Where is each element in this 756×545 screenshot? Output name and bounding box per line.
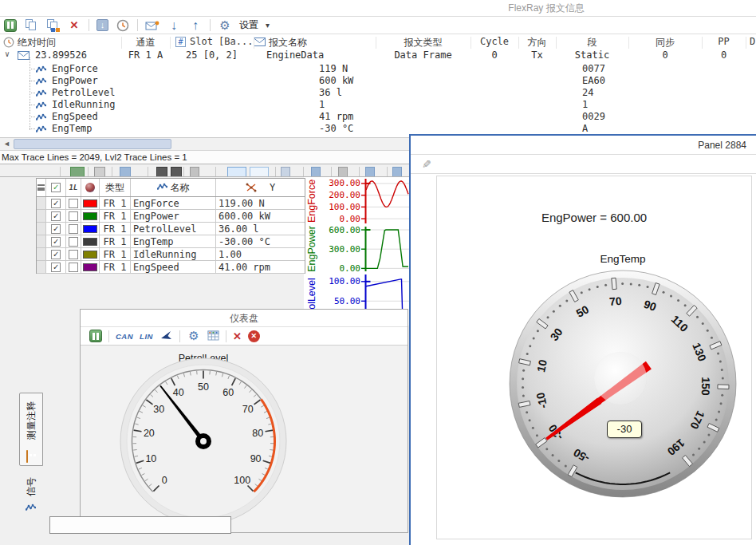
svg-text:80: 80 xyxy=(252,428,263,439)
list-icon[interactable] xyxy=(37,184,45,191)
marker-checkbox[interactable] xyxy=(69,199,78,208)
column-header-d[interactable]: D xyxy=(750,36,755,47)
toolbar-icon-clipped[interactable] xyxy=(171,167,182,176)
svg-text:100.00: 100.00 xyxy=(329,202,360,212)
tab-label: 信号 xyxy=(25,477,38,496)
column-header-pp[interactable]: PP xyxy=(702,36,746,47)
export-mail-icon[interactable] xyxy=(145,18,159,33)
column-header-sync[interactable]: 同步 xyxy=(628,36,702,49)
marker-checkbox[interactable] xyxy=(69,263,78,272)
legend-row[interactable]: ✓FR 1EngTemp-30.00 °C xyxy=(37,235,305,248)
signal-icon xyxy=(36,89,46,100)
scroll-down-icon[interactable]: ↓ xyxy=(167,18,181,33)
column-header-slot[interactable]: Slot [Ba... xyxy=(190,36,253,47)
column-header-dir[interactable]: 方向 xyxy=(518,36,556,49)
series-color-swatch[interactable] xyxy=(83,225,97,233)
legend-header-name[interactable]: 名称 xyxy=(171,181,190,195)
scatter-icon xyxy=(246,183,257,192)
trace-signal-row[interactable]: IdleRunning11 xyxy=(0,99,756,111)
toolbar-icon-clipped[interactable] xyxy=(70,167,85,176)
trace-signal-row[interactable]: EngTemp-30 °CA xyxy=(0,123,756,135)
settings-caret-icon[interactable]: ▾ xyxy=(266,21,270,30)
marker-checkbox[interactable] xyxy=(69,237,78,247)
trace-signal-row[interactable]: EngSpeed41 rpm0029 xyxy=(0,111,756,123)
legend-header-type[interactable]: 类型 xyxy=(100,179,131,196)
time-icon[interactable] xyxy=(116,18,130,33)
toolbar-icon-clipped[interactable] xyxy=(338,167,348,176)
settings-label[interactable]: 设置 xyxy=(239,18,258,32)
legend-row[interactable]: ✓FR 1IdleRunning1.00 xyxy=(37,248,305,261)
scrollbar-thumb[interactable] xyxy=(14,139,171,149)
column-header-segment[interactable]: 段 xyxy=(556,36,628,49)
scroll-left-button[interactable]: ◄ xyxy=(0,138,14,150)
visible-checkbox[interactable]: ✓ xyxy=(51,224,61,234)
toolbar-icon-clipped[interactable] xyxy=(94,167,105,176)
svg-text:300.00: 300.00 xyxy=(329,178,360,188)
sort-icon[interactable]: 1L xyxy=(66,179,81,196)
copy-special-icon[interactable] xyxy=(45,18,60,33)
marker-checkbox[interactable] xyxy=(69,250,78,259)
signal-icon xyxy=(36,101,46,112)
legend-row[interactable]: ✓FR 1PetrolLevel36.00 l xyxy=(37,223,305,235)
horizontal-scrollbar[interactable]: ◄ xyxy=(0,137,409,151)
visible-checkbox[interactable]: ✓ xyxy=(51,199,61,208)
column-separator xyxy=(376,37,376,49)
copy-icon[interactable] xyxy=(24,18,38,33)
series-color-swatch[interactable] xyxy=(83,251,97,259)
column-header-time[interactable]: 绝对时间 xyxy=(18,36,56,49)
dock-column-icon[interactable]: ↓ xyxy=(96,19,108,31)
visible-checkbox[interactable]: ✓ xyxy=(51,250,61,259)
select-all-checkbox-icon[interactable]: ✓ xyxy=(51,183,61,192)
docked-panel-stub[interactable] xyxy=(49,516,231,534)
dashboard-window: 仪表盘 CAN LIN ⚙ ✕ ✕ PetrolLevel 0102030405… xyxy=(80,309,408,533)
toolbar-icon-clipped[interactable] xyxy=(227,167,246,176)
visible-checkbox[interactable]: ✓ xyxy=(51,237,61,247)
legend-row[interactable]: ✓FR 1EngPower600.00 kW xyxy=(37,210,305,223)
column-header-channel[interactable]: 通道 xyxy=(121,36,170,49)
column-header-type[interactable]: 报文类型 xyxy=(376,36,471,49)
trace-signal-row[interactable]: EngPower600 kWEA60 xyxy=(0,75,756,87)
marker-checkbox[interactable] xyxy=(69,224,78,234)
toolbar-separator xyxy=(359,167,360,176)
legend-row[interactable]: ✓FR 1EngForce119.00 N xyxy=(37,197,305,210)
delete-icon[interactable]: ✕ xyxy=(67,18,81,33)
tab-measurement-comments[interactable]: 测量注释 xyxy=(19,393,43,466)
visible-checkbox[interactable]: ✓ xyxy=(51,263,61,272)
toolbar-icon-clipped[interactable] xyxy=(250,167,269,176)
toolbar-icon-clipped[interactable] xyxy=(156,167,167,176)
window-title: FlexRay 报文信息 xyxy=(447,2,646,15)
series-color-swatch[interactable] xyxy=(83,199,97,207)
toolbar-icon-clipped[interactable] xyxy=(311,167,321,176)
tab-signals[interactable]: 信号 xyxy=(19,469,43,520)
column-separator xyxy=(556,37,557,49)
column-header-name[interactable]: 报文名称 xyxy=(269,36,307,49)
toolbar-icon-clipped[interactable] xyxy=(120,167,131,176)
trace-signal-row[interactable]: EngForce119 N0077 xyxy=(0,63,756,75)
petrol-level-gauge[interactable]: 0102030405060708090100 xyxy=(81,310,408,532)
signal-raw-value: 0029 xyxy=(582,111,605,122)
settings-gear-icon[interactable]: ⚙ xyxy=(218,18,232,33)
trace-frame-row[interactable]: ∨ 23.899526 FR 1 A 25 [0, 2] EngineData … xyxy=(0,49,756,61)
signal-value: 36 l xyxy=(319,87,342,98)
legend-row[interactable]: ✓FR 1EngSpeed41.00 rpm xyxy=(37,261,305,274)
globe-icon[interactable] xyxy=(85,183,95,192)
toolbar-icon-clipped[interactable] xyxy=(281,167,290,176)
legend-header-y[interactable]: Y xyxy=(270,182,275,193)
toolbar-separator xyxy=(275,167,276,176)
engtemp-gauge[interactable]: -50-30-101030507090110130150170190 xyxy=(411,136,756,545)
toolbar-icon-clipped[interactable] xyxy=(365,167,375,176)
expander-chevron-icon[interactable]: ∨ xyxy=(5,49,10,58)
toolbar-separator xyxy=(210,19,211,31)
trace-signal-row[interactable]: PetrolLevel36 l24 xyxy=(0,87,756,99)
series-color-swatch[interactable] xyxy=(83,212,97,220)
marker-checkbox[interactable] xyxy=(69,211,78,221)
toolbar-icon-clipped[interactable] xyxy=(392,167,402,176)
visible-checkbox[interactable]: ✓ xyxy=(51,211,61,221)
column-header-cycle[interactable]: Cycle xyxy=(471,36,518,47)
toolbar-icon-clipped[interactable] xyxy=(190,167,199,176)
pause-icon[interactable] xyxy=(4,19,17,32)
series-color-swatch[interactable] xyxy=(83,263,97,271)
series-color-swatch[interactable] xyxy=(83,238,97,246)
scroll-up-icon[interactable]: ↑ xyxy=(188,18,203,33)
svg-text:10: 10 xyxy=(145,453,156,464)
